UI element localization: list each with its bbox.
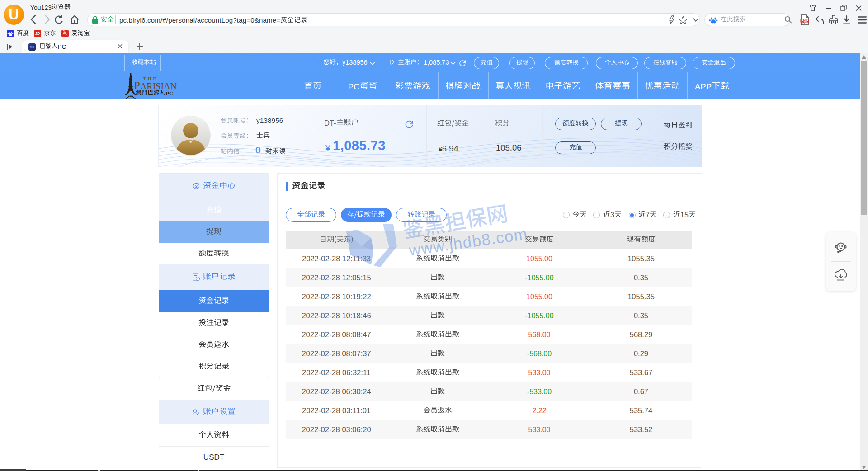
svg-text:PDF: PDF (802, 19, 808, 23)
